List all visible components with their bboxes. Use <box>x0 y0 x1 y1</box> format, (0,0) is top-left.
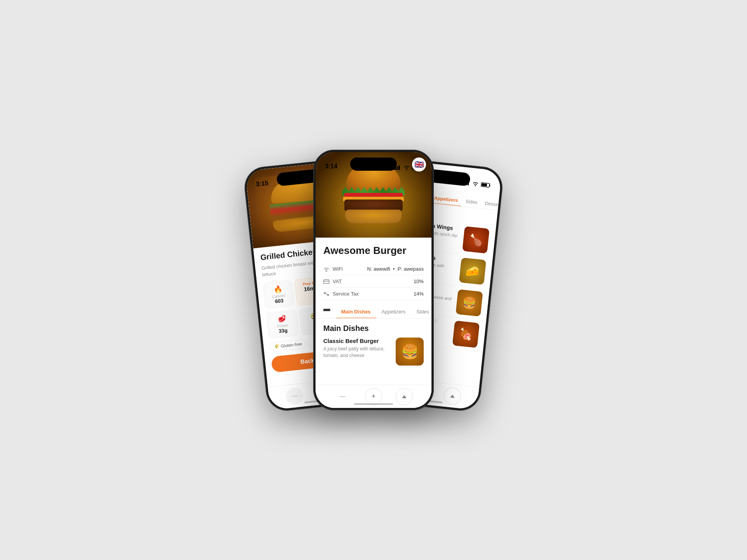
wifi-info-icon <box>323 266 330 272</box>
center-body: Awesome Burger WiFi N: awewifi <box>316 238 431 408</box>
vat-value: 10% <box>414 278 424 284</box>
svg-point-20 <box>324 292 326 293</box>
menu-hamburger-icon[interactable] <box>323 306 333 318</box>
service-tax-icon <box>323 291 330 297</box>
right-chevron-up-icon <box>449 392 456 399</box>
service-tax-value: 14% <box>414 291 424 297</box>
service-tax-left: Service Tax <box>323 291 359 297</box>
gluten-free-label: 🌾 Gluten-free <box>274 341 302 349</box>
right-item-4-image: 🍖 <box>452 320 480 348</box>
wifi-n-prefix: N: <box>367 266 372 272</box>
language-flag[interactable]: 🇬🇧 <box>412 158 426 172</box>
right-item-sliders-image: 🍔 <box>456 289 483 316</box>
wifi-network: awewifi <box>374 266 390 272</box>
svg-point-27 <box>475 185 476 186</box>
wifi-left: WiFi <box>323 266 343 272</box>
svg-point-16 <box>326 271 327 272</box>
center-home-icon <box>337 391 348 402</box>
wifi-password: awepass <box>404 266 424 272</box>
restaurant-name: Awesome Burger <box>323 245 424 257</box>
menu-item-1-desc: A juicy beef patty with lettuce, tomato,… <box>323 346 392 359</box>
home-indicator-icon <box>290 392 299 400</box>
menu-item-1-image <box>396 338 424 366</box>
center-scroll-btn[interactable] <box>396 388 413 405</box>
tab-appetizers[interactable]: Appetizers <box>376 306 411 318</box>
svg-rect-9 <box>396 167 397 170</box>
center-home-btn[interactable] <box>334 388 351 405</box>
service-tax-label: Service Tax <box>333 291 359 297</box>
center-status-time: 3:14 <box>325 163 337 170</box>
svg-rect-10 <box>397 166 398 170</box>
menu-item-1-info: Classic Beef Burger A juicy beef patty w… <box>323 338 392 359</box>
center-section-title: Main Dishes <box>323 324 424 333</box>
center-bun-bottom <box>345 210 402 223</box>
center-dynamic-island <box>350 158 397 171</box>
right-scroll-btn[interactable] <box>443 387 461 405</box>
center-menu-tabs: Main Dishes Appetizers Sides Dessert <box>316 306 431 318</box>
right-tab-dessert[interactable]: Desse... <box>480 198 499 211</box>
svg-rect-22 <box>340 396 346 397</box>
svg-rect-7 <box>291 395 298 397</box>
tab-sides[interactable]: Sides <box>411 306 431 318</box>
wifi-p-prefix: P: <box>398 266 402 272</box>
svg-rect-17 <box>324 280 329 284</box>
calories-stat: 🔥 Calories 603 <box>263 280 294 309</box>
menu-item-1-name: Classic Beef Burger <box>323 338 392 344</box>
center-home-indicator <box>354 403 393 405</box>
svg-point-12 <box>406 169 407 170</box>
vat-row: VAT 10% <box>323 275 424 288</box>
vat-label: VAT <box>333 278 342 284</box>
center-phone: 3:14 <box>313 150 434 410</box>
tab-main-dishes[interactable]: Main Dishes <box>336 306 376 318</box>
center-plus-btn[interactable]: + <box>365 388 382 405</box>
right-battery-icon <box>481 182 491 188</box>
protein-stat: 🥩 Protein 33g <box>266 310 298 339</box>
left-status-time: 3:15 <box>256 180 269 188</box>
burger-thumbnail <box>396 338 424 366</box>
service-tax-row: Service Tax 14% <box>323 288 424 300</box>
menu-item-1[interactable]: Classic Beef Burger A juicy beef patty w… <box>323 338 424 366</box>
center-phone-content: 3:14 <box>316 152 431 408</box>
center-wifi-icon <box>403 165 410 170</box>
gluten-free-tag: 🌾 Gluten-free <box>269 338 307 352</box>
left-home-btn[interactable] <box>285 387 304 405</box>
wifi-label: WiFi <box>333 266 343 272</box>
right-wifi-icon <box>472 181 479 187</box>
right-item-wings-image: 🍗 <box>462 226 489 254</box>
wifi-row: WiFi N: awewifi • P: awepass <box>323 263 424 275</box>
right-item-sticks-image: 🧀 <box>459 257 486 285</box>
vat-left: VAT <box>323 278 342 284</box>
svg-point-21 <box>328 294 329 296</box>
chevron-up-icon <box>401 394 407 400</box>
wifi-credentials: N: awewifi • P: awepass <box>367 266 424 272</box>
hamburger-line-3 <box>323 310 330 311</box>
svg-rect-11 <box>399 165 400 170</box>
svg-rect-30 <box>481 183 487 186</box>
vat-icon <box>323 279 330 284</box>
